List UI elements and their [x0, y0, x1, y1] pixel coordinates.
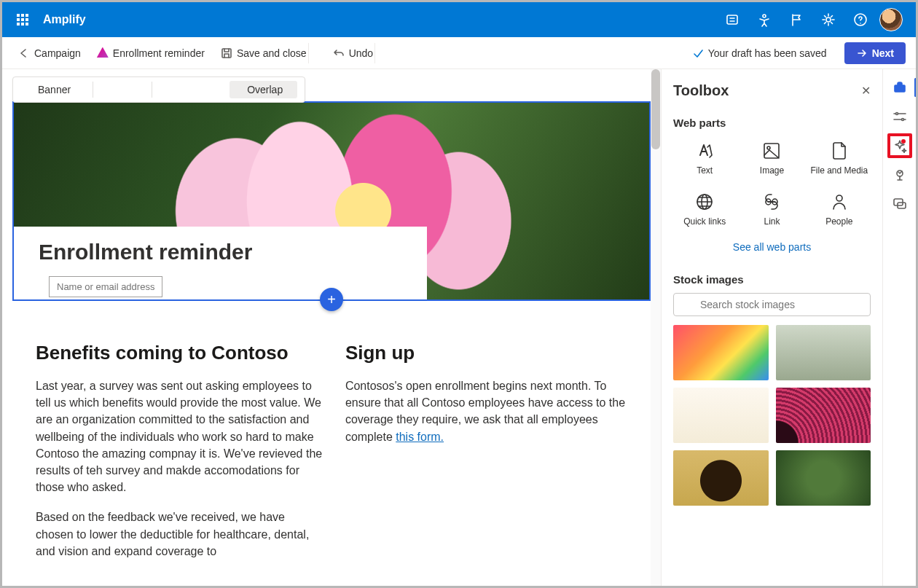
undo-split-chevron[interactable] — [374, 43, 388, 63]
webpart-image[interactable]: Image — [740, 136, 803, 180]
webpart-people[interactable]: People — [808, 187, 871, 231]
webpart-link[interactable]: Link — [740, 187, 803, 231]
stock-image-3[interactable] — [673, 388, 769, 443]
banner-floating-toolbar: Banner Overlap — [12, 77, 305, 103]
svg-rect-6 — [26, 90, 34, 93]
overlap-button[interactable]: Overlap — [230, 81, 297, 98]
stock-image-6[interactable] — [776, 450, 871, 506]
rail-approvals-icon[interactable] — [887, 162, 912, 187]
svg-rect-13 — [238, 90, 243, 93]
flag-icon[interactable] — [780, 2, 812, 37]
page-title[interactable]: Enrollment reminder — [39, 240, 402, 264]
amplify-doc-icon — [97, 47, 109, 59]
settings-gear-icon[interactable] — [812, 2, 844, 37]
toolbox-title: Toolbox — [673, 82, 729, 99]
right-heading[interactable]: Sign up — [345, 342, 627, 364]
svg-point-21 — [683, 300, 690, 307]
svg-rect-9 — [165, 85, 174, 94]
svg-rect-5 — [26, 86, 34, 89]
stock-images-heading: Stock images — [673, 273, 871, 286]
save-split-chevron[interactable] — [308, 43, 321, 63]
close-panel-icon[interactable]: ✕ — [861, 84, 871, 98]
form-link[interactable]: this form. — [396, 431, 444, 443]
svg-rect-12 — [235, 87, 241, 92]
stock-image-4[interactable] — [776, 388, 871, 443]
image-settings-icon[interactable] — [183, 81, 203, 98]
next-button[interactable]: Next — [844, 42, 906, 64]
svg-point-1 — [763, 15, 766, 17]
svg-rect-22 — [895, 85, 905, 92]
left-paragraph-1[interactable]: Last year, a survey was sent out asking … — [36, 377, 323, 495]
svg-point-20 — [836, 195, 842, 201]
banner-webpart[interactable]: Enrollment reminder + — [12, 101, 651, 301]
svg-rect-4 — [222, 49, 231, 58]
see-all-webparts-link[interactable]: See all web parts — [733, 241, 811, 253]
webpart-file-media[interactable]: File and Media — [808, 136, 871, 180]
immersive-reader-icon[interactable] — [716, 2, 748, 37]
app-name: Amplify — [43, 13, 86, 26]
canvas-scrollbar[interactable] — [651, 69, 661, 586]
content-columns: Benefits coming to Contoso Last year, a … — [2, 301, 661, 573]
toolbox-panel: Toolbox ✕ Web parts Text Image File and … — [661, 69, 882, 586]
webpart-quick-links[interactable]: Quick links — [673, 187, 736, 231]
banner-title-card: Enrollment reminder — [14, 227, 427, 299]
rail-toolbox-icon[interactable] — [887, 75, 912, 100]
page-canvas: Banner Overlap — [2, 69, 661, 586]
rail-comments-icon[interactable] — [887, 192, 912, 216]
rail-properties-icon[interactable] — [887, 104, 912, 129]
command-bar: Campaign Enrollment reminder Save and cl… — [2, 37, 916, 69]
svg-point-15 — [767, 146, 770, 149]
add-section-button[interactable]: + — [320, 288, 343, 311]
right-rail — [882, 69, 916, 586]
svg-point-24 — [901, 119, 903, 121]
undo-label: Undo — [349, 47, 373, 59]
stock-image-2[interactable] — [776, 325, 871, 380]
stock-search-box[interactable] — [673, 293, 871, 316]
stock-search-input[interactable] — [699, 298, 863, 311]
svg-point-8 — [112, 91, 114, 93]
svg-rect-0 — [727, 15, 737, 24]
app-header: Amplify — [2, 2, 916, 37]
webpart-text[interactable]: Text — [673, 136, 736, 180]
draft-saved-status: Your draft has been saved — [692, 47, 827, 59]
chevron-down-icon — [74, 86, 81, 93]
banner-layout-button[interactable]: Banner — [20, 81, 85, 98]
stock-image-5[interactable] — [673, 450, 769, 506]
app-launcher-icon[interactable] — [8, 2, 37, 37]
svg-point-23 — [895, 113, 898, 115]
right-paragraph[interactable]: Contosos's open enrollment begins next m… — [345, 377, 627, 445]
left-heading[interactable]: Benefits coming to Contoso — [36, 342, 323, 364]
user-avatar[interactable] — [879, 8, 903, 31]
doc-label: Enrollment reminder — [113, 47, 205, 59]
left-paragraph-2[interactable]: Based on the feedback we've received, we… — [36, 509, 323, 560]
webparts-heading: Web parts — [673, 117, 871, 129]
svg-rect-10 — [189, 85, 197, 94]
back-label: Campaign — [34, 47, 81, 59]
svg-point-11 — [191, 87, 193, 90]
notification-dot-icon — [901, 139, 906, 144]
rail-copilot-icon[interactable] — [887, 133, 912, 158]
edit-image-icon[interactable] — [160, 81, 180, 98]
svg-point-7 — [108, 87, 110, 89]
banner-image: Enrollment reminder — [14, 103, 649, 299]
svg-point-2 — [826, 17, 831, 22]
accessibility-icon[interactable] — [748, 2, 780, 37]
undo-button[interactable]: Undo — [329, 44, 377, 62]
help-icon[interactable] — [844, 2, 876, 37]
edit-properties-icon[interactable] — [101, 81, 121, 98]
search-icon — [681, 299, 693, 310]
save-and-close-button[interactable]: Save and close — [216, 44, 311, 62]
breadcrumb-document[interactable]: Enrollment reminder — [93, 44, 209, 62]
stock-image-1[interactable] — [673, 325, 769, 380]
back-to-campaign-button[interactable]: Campaign — [12, 44, 85, 63]
chevron-down-icon — [286, 86, 293, 93]
author-input[interactable] — [49, 276, 162, 297]
delete-icon[interactable] — [124, 81, 144, 98]
reset-icon[interactable] — [206, 81, 227, 98]
save-label: Save and close — [237, 47, 307, 59]
